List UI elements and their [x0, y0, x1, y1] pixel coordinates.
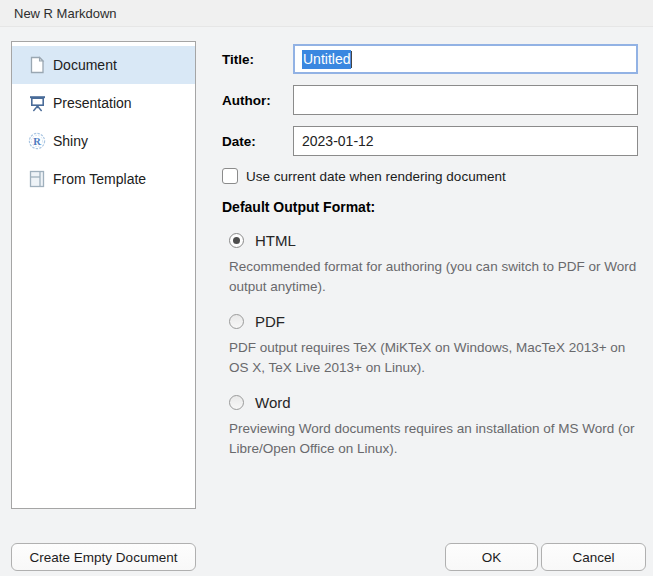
create-empty-document-label: Create Empty Document	[30, 550, 178, 565]
format-option-pdf[interactable]: PDF	[229, 313, 638, 330]
text-caret	[351, 51, 352, 68]
title-input[interactable]: Untitled	[293, 44, 638, 74]
cancel-button[interactable]: Cancel	[541, 543, 646, 571]
default-output-format-heading: Default Output Format:	[222, 199, 638, 215]
sidebar-item-label: From Template	[53, 171, 146, 187]
date-input[interactable]: 2023-01-12	[293, 126, 638, 156]
sidebar-item-presentation[interactable]: Presentation	[12, 84, 195, 122]
create-empty-document-button[interactable]: Create Empty Document	[11, 543, 196, 571]
dialog-titlebar: New R Markdown	[0, 0, 653, 27]
word-radio[interactable]	[229, 395, 244, 410]
use-current-date-label: Use current date when rendering document	[246, 169, 506, 184]
author-label: Author:	[222, 93, 293, 108]
template-icon	[28, 170, 46, 188]
output-format-options: HTML Recommended format for authoring (y…	[229, 232, 638, 458]
title-input-value: Untitled	[302, 50, 351, 69]
sidebar-item-document[interactable]: Document	[12, 46, 195, 84]
title-label: Title:	[222, 52, 293, 67]
presentation-icon	[28, 94, 46, 112]
date-input-value: 2023-01-12	[302, 133, 374, 149]
dialog-title: New R Markdown	[14, 6, 117, 21]
html-radio-label: HTML	[255, 232, 296, 249]
word-format-description: Previewing Word documents requires an in…	[229, 419, 638, 458]
ok-button[interactable]: OK	[445, 543, 538, 571]
sidebar-item-label: Shiny	[53, 133, 88, 149]
ok-button-label: OK	[482, 550, 502, 565]
date-label: Date:	[222, 134, 293, 149]
sidebar-item-label: Document	[53, 57, 117, 73]
word-radio-label: Word	[255, 394, 291, 411]
format-option-word[interactable]: Word	[229, 394, 638, 411]
pdf-format-description: PDF output requires TeX (MiKTeX on Windo…	[229, 338, 638, 377]
use-current-date-checkbox[interactable]	[222, 168, 238, 184]
new-rmarkdown-form: Title: Untitled Author: Date: 2023-01-12…	[222, 44, 638, 458]
author-input[interactable]	[293, 85, 638, 115]
use-current-date-row: Use current date when rendering document	[222, 168, 638, 184]
template-type-list: Document Presentation R Shiny	[11, 41, 196, 509]
pdf-radio-label: PDF	[255, 313, 285, 330]
title-row: Title: Untitled	[222, 44, 638, 74]
sidebar-item-from-template[interactable]: From Template	[12, 160, 195, 198]
html-radio[interactable]	[229, 233, 244, 248]
pdf-radio[interactable]	[229, 314, 244, 329]
sidebar-item-shiny[interactable]: R Shiny	[12, 122, 195, 160]
sidebar-item-label: Presentation	[53, 95, 132, 111]
author-row: Author:	[222, 85, 638, 115]
cancel-button-label: Cancel	[572, 550, 614, 565]
date-row: Date: 2023-01-12	[222, 126, 638, 156]
html-format-description: Recommended format for authoring (you ca…	[229, 257, 638, 296]
format-option-html[interactable]: HTML	[229, 232, 638, 249]
document-icon	[28, 56, 46, 74]
svg-text:R: R	[33, 136, 41, 147]
shiny-icon: R	[28, 132, 46, 150]
